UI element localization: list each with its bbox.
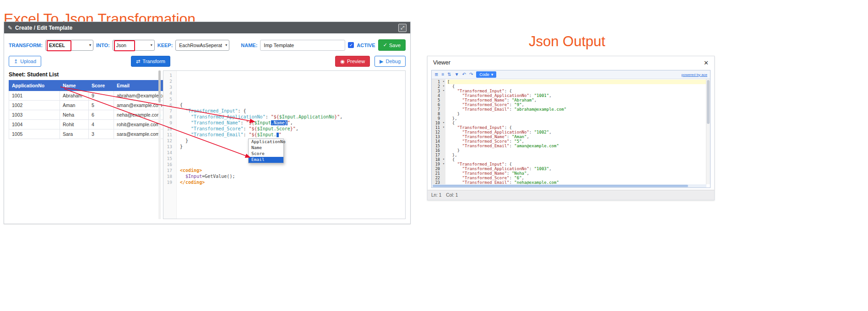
json-editor-body[interactable]: 1▾2▾3▾45678910▾11▾12131415161718▾19▾2021… (432, 79, 710, 188)
line-number: 6 (163, 102, 176, 108)
table-row[interactable]: 1002Aman5aman@example.com (9, 101, 181, 110)
fold-toggle-icon[interactable]: ▾ (443, 157, 445, 161)
code-line[interactable] (180, 97, 405, 102)
code-line[interactable] (180, 150, 405, 156)
code-line[interactable]: }, (447, 116, 710, 121)
fold-toggle-icon[interactable]: ▾ (443, 125, 445, 129)
code-line[interactable] (180, 73, 405, 79)
code-line[interactable] (180, 156, 405, 162)
autocomplete-item-name[interactable]: Name (249, 145, 283, 151)
code-line[interactable]: "Transformed_Score": "${$Input.Score}", (180, 126, 405, 132)
code-line[interactable]: "Transformed_Name": "Neha", (447, 171, 710, 176)
fold-toggle-icon[interactable]: ▾ (443, 80, 445, 83)
keep-select[interactable]: EachRowAsSeperateP ▾ (175, 40, 229, 51)
code-line[interactable]: "Transformed_Email": "abraham@example.co… (447, 107, 710, 112)
code-line[interactable] (180, 91, 405, 97)
undo-icon[interactable]: ↶ (462, 72, 466, 77)
json-editor-content[interactable]: [ { "Transformed_Input": { "Transformed_… (445, 79, 710, 188)
upload-button[interactable]: ↥ Upload (9, 56, 41, 67)
code-line[interactable]: { (447, 157, 710, 162)
code-line[interactable]: }, (447, 153, 710, 157)
code-line[interactable]: } (180, 144, 405, 150)
vertical-scrollbar[interactable] (706, 79, 710, 184)
code-line[interactable]: "Transformed_Input": { (447, 162, 710, 166)
compact-icon[interactable]: ≡ (441, 72, 444, 77)
code-token: "${ (249, 132, 257, 137)
code-token: "1002" (534, 130, 549, 134)
redo-icon[interactable]: ↷ (469, 72, 473, 77)
table-row[interactable]: 1005Sara3sara@example.com (9, 129, 181, 139)
scrollbar-thumb[interactable] (707, 80, 710, 124)
table-row[interactable]: 1001Abraham9abraham@example.com (9, 91, 181, 101)
code-line[interactable]: "Transformed_Input": { (180, 108, 405, 114)
code-line[interactable]: "Transformed_Score": "9", (447, 102, 710, 107)
chevron-down-icon: ▾ (491, 72, 494, 77)
scrollbar-thumb[interactable] (158, 70, 161, 102)
horizontal-scrollbar[interactable] (432, 184, 706, 188)
code-line[interactable]: "Transformed_Score": "6", (447, 176, 710, 180)
expand-icon[interactable]: ⤢ (398, 24, 407, 32)
save-button[interactable]: ✓ Save (378, 39, 406, 51)
code-line[interactable]: [ (447, 80, 710, 84)
code-line[interactable] (180, 162, 405, 168)
template-code-editor[interactable]: 12345678910111213141516171819 { "Transfo… (163, 70, 406, 219)
code-line[interactable] (180, 85, 405, 91)
sheet-scrollbar[interactable] (158, 70, 161, 219)
code-token (447, 139, 462, 144)
autocomplete-item-email[interactable]: Email (249, 157, 283, 163)
template-name-input[interactable] (260, 40, 345, 51)
fold-toggle-icon[interactable]: ▾ (443, 121, 445, 124)
code-line[interactable]: } (447, 112, 710, 116)
column-header-applicationno[interactable]: ApplicationNo (9, 80, 60, 91)
code-token: [ (447, 80, 450, 84)
sort-icon[interactable]: ⇅ (447, 72, 451, 77)
code-line[interactable]: "Transformed_ApplicationNo": "1003", (447, 166, 710, 171)
transform-button[interactable]: ⇄ Transform (131, 56, 170, 67)
filter-icon[interactable]: ▼ (455, 72, 459, 77)
fold-toggle-icon[interactable]: ▾ (443, 84, 445, 88)
code-line[interactable] (180, 79, 405, 85)
code-line[interactable]: </coding> (180, 180, 405, 186)
mode-select-button[interactable]: Code ▾ (476, 71, 496, 78)
autocomplete-item-applicationno[interactable]: ApplicationNo (249, 139, 283, 145)
code-line[interactable]: "Transformed_Email": "aman@example.com" (447, 144, 710, 148)
code-line[interactable]: { (447, 121, 710, 125)
code-line[interactable]: "Transformed_Email": "${$Input. " (180, 132, 405, 138)
column-header-score[interactable]: Score (89, 80, 114, 91)
code-line[interactable]: { (447, 84, 710, 89)
code-editor-area[interactable]: { "Transformed_Input": { "Transformed_Ap… (177, 71, 405, 219)
code-line[interactable]: "Transformed_ApplicationNo": "1001", (447, 93, 710, 98)
code-line[interactable]: "Transformed_Score": "5", (447, 139, 710, 144)
code-line[interactable]: } (180, 138, 405, 144)
preview-button[interactable]: ◉ Preview (335, 56, 370, 67)
close-icon[interactable]: ✕ (704, 59, 709, 66)
autocomplete-item-score[interactable]: Score (249, 151, 283, 157)
code-line[interactable]: $Input=GetValue(); (180, 174, 405, 180)
code-line[interactable]: } (447, 148, 710, 153)
table-row[interactable]: 1003Neha6neha@example.com (9, 110, 181, 120)
code-line[interactable]: "Transformed_Input": { (447, 125, 710, 130)
code-line[interactable]: "Transformed_ApplicationNo": "1002", (447, 130, 710, 134)
code-token (447, 89, 457, 93)
fold-toggle-icon[interactable]: ▾ (443, 89, 445, 92)
powered-by-ace-link[interactable]: powered by ace (682, 73, 707, 77)
active-checkbox[interactable]: ✓ (348, 42, 354, 48)
column-header-name[interactable]: Name (60, 80, 89, 91)
code-line[interactable]: "Transformed_Name": "Aman", (447, 134, 710, 139)
code-line[interactable]: { (180, 102, 405, 108)
transform-source-select[interactable]: EXCEL ▾ (45, 40, 93, 51)
table-row[interactable]: 1004Rohit4rohit@example.com (9, 120, 181, 129)
format-icon[interactable]: ≣ (434, 72, 438, 77)
code-line[interactable]: <coding> (180, 168, 405, 174)
debug-button[interactable]: ▶ Debug (374, 56, 406, 67)
code-line[interactable]: "Transformed_Input": { (447, 89, 710, 93)
json-viewer-panel: Viewer ✕ ≣≡⇅▼↶↷ Code ▾ powered by ace 1▾… (427, 56, 715, 200)
code-line[interactable]: "Transformed_Name": "${$Input.Name}", (180, 120, 405, 126)
fold-toggle-icon[interactable]: ▾ (443, 162, 445, 166)
scrollbar-thumb[interactable] (433, 185, 688, 187)
code-token: "Transformed_Input" (457, 162, 505, 166)
code-line[interactable]: "Transformed_Name": "Abraham", (447, 98, 710, 102)
into-select[interactable]: Json ▾ (113, 40, 155, 51)
name-label: NAME: (241, 43, 257, 48)
code-line[interactable]: "Transformed_ApplicationNo": "${$Input.A… (180, 114, 405, 120)
